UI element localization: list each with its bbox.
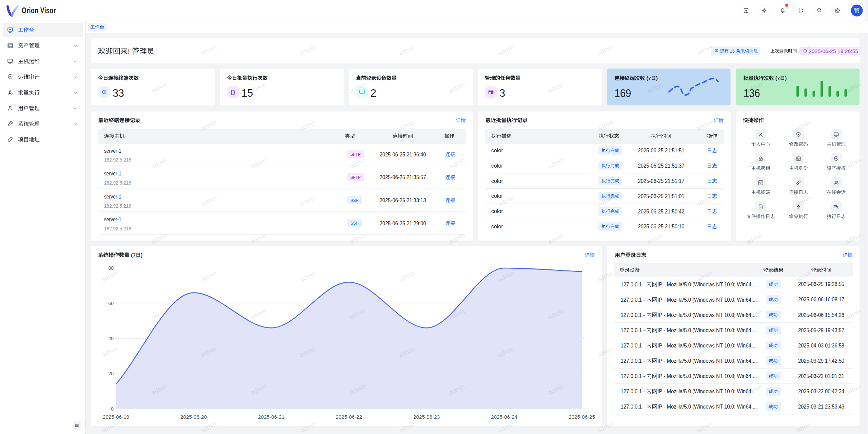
svg-text:0: 0 xyxy=(111,406,114,412)
svg-text:2025-06-06 15:54:26: 2025-06-06 15:54:26 xyxy=(798,312,844,318)
svg-text:IP - Mozilla/5.0 (Windows NT 1: IP - Mozilla/5.0 (Windows NT 10.0; Win64… xyxy=(657,297,757,303)
svg-text:127.0.0.1 -: 127.0.0.1 - xyxy=(620,342,646,348)
svg-text:2025-06-25 21:51:01: 2025-06-25 21:51:01 xyxy=(638,193,685,200)
svg-text:2025-06-24: 2025-06-24 xyxy=(491,414,517,420)
svg-text:color: color xyxy=(491,193,504,199)
svg-text:80: 80 xyxy=(108,265,114,271)
svg-text:2025-06-25 21:29:00: 2025-06-25 21:29:00 xyxy=(380,220,426,227)
svg-text:color: color xyxy=(491,148,504,153)
svg-text:): ) xyxy=(785,75,787,81)
svg-text:color: color xyxy=(491,163,504,169)
svg-text:2025-06-25 19:26:55: 2025-06-25 19:26:55 xyxy=(798,281,844,287)
svg-text:server-1: server-1 xyxy=(104,148,121,154)
svg-text:127.0.0.1 -: 127.0.0.1 - xyxy=(620,312,646,318)
svg-text:SFTP: SFTP xyxy=(351,175,361,180)
svg-text:!: ! xyxy=(128,47,132,56)
svg-text:60: 60 xyxy=(108,301,114,306)
svg-text:182.92.5.218: 182.92.5.218 xyxy=(104,180,131,186)
svg-text:2025-03-21 23:53:43: 2025-03-21 23:53:43 xyxy=(798,403,844,410)
svg-text:SSH: SSH xyxy=(351,198,359,203)
svg-text:182.92.5.218: 182.92.5.218 xyxy=(104,157,131,163)
svg-text:IP - Mozilla/5.0 (Windows NT 1: IP - Mozilla/5.0 (Windows NT 10.0; Win64… xyxy=(657,358,757,364)
svg-text:IP - Mozilla/5.0 (Windows NT 1: IP - Mozilla/5.0 (Windows NT 10.0; Win64… xyxy=(657,388,757,394)
svg-text:2025-06-25 21:51:51: 2025-06-25 21:51:51 xyxy=(638,147,685,154)
svg-text:2025-03-22 01:01:31: 2025-03-22 01:01:31 xyxy=(798,373,844,379)
svg-text:2025-06-25 21:36:40: 2025-06-25 21:36:40 xyxy=(380,151,426,158)
svg-text:2025-06-25 19:26:55: 2025-06-25 19:26:55 xyxy=(809,48,858,54)
svg-text:2025-06-22: 2025-06-22 xyxy=(336,414,362,420)
svg-text:2025-06-25: 2025-06-25 xyxy=(569,414,595,420)
svg-text:2025-03-29 17:42:50: 2025-03-29 17:42:50 xyxy=(798,358,844,364)
svg-text:2025-06-25 21:51:17: 2025-06-25 21:51:17 xyxy=(638,178,685,184)
svg-text:2025-06-21: 2025-06-21 xyxy=(258,414,284,420)
svg-text:169: 169 xyxy=(614,87,631,99)
svg-text:(7: (7 xyxy=(774,75,780,81)
svg-text:color: color xyxy=(491,208,504,214)
svg-text:): ) xyxy=(656,75,658,81)
svg-text:color: color xyxy=(491,224,504,229)
svg-text:IP - Mozilla/5.0 (Windows NT 1: IP - Mozilla/5.0 (Windows NT 10.0; Win64… xyxy=(657,403,757,410)
svg-text:server-1: server-1 xyxy=(104,171,121,176)
svg-text:(7: (7 xyxy=(130,252,136,258)
svg-text:2: 2 xyxy=(371,87,376,99)
svg-text:127.0.0.1 -: 127.0.0.1 - xyxy=(620,403,646,410)
svg-text:2025-06-25 21:50:10: 2025-06-25 21:50:10 xyxy=(638,223,685,230)
svg-text:color: color xyxy=(491,178,504,184)
svg-text:127.0.0.1 -: 127.0.0.1 - xyxy=(620,281,646,287)
svg-text:Orion Visor: Orion Visor xyxy=(22,6,56,15)
svg-text:2025-06-19: 2025-06-19 xyxy=(103,414,129,420)
svg-text:40: 40 xyxy=(108,336,114,341)
svg-text:IP - Mozilla/5.0 (Windows NT 1: IP - Mozilla/5.0 (Windows NT 10.0; Win64… xyxy=(657,312,757,318)
svg-text:SSH: SSH xyxy=(351,221,359,226)
svg-text:server-1: server-1 xyxy=(104,216,121,222)
svg-text:): ) xyxy=(141,252,143,258)
svg-text:127.0.0.1 -: 127.0.0.1 - xyxy=(620,327,646,333)
svg-text:2025-03-22 00:42:34: 2025-03-22 00:42:34 xyxy=(798,388,844,394)
svg-text:{}: {} xyxy=(231,89,236,95)
svg-text:2025-06-06 16:08:17: 2025-06-06 16:08:17 xyxy=(798,296,844,302)
svg-text:2025-05-29 19:43:57: 2025-05-29 19:43:57 xyxy=(798,327,844,333)
svg-text:182.92.5.218: 182.92.5.218 xyxy=(104,226,131,231)
svg-text:127.0.0.1 -: 127.0.0.1 - xyxy=(620,358,646,364)
svg-text:IP - Mozilla/5.0 (Windows NT 1: IP - Mozilla/5.0 (Windows NT 10.0; Win64… xyxy=(657,373,757,379)
svg-text:33: 33 xyxy=(113,87,124,99)
svg-text:2025-06-25 21:50:42: 2025-06-25 21:50:42 xyxy=(638,208,685,215)
svg-text:SFTP: SFTP xyxy=(351,152,361,157)
svg-text:15: 15 xyxy=(729,49,736,54)
svg-text:2025-06-23: 2025-06-23 xyxy=(413,414,440,420)
svg-text:2025-06-20: 2025-06-20 xyxy=(180,414,207,420)
svg-text:(7: (7 xyxy=(645,75,651,81)
svg-text:IP - Mozilla/5.0 (Windows NT 1: IP - Mozilla/5.0 (Windows NT 10.0; Win64… xyxy=(657,281,757,287)
svg-text:127.0.0.1 -: 127.0.0.1 - xyxy=(620,297,646,303)
svg-text:3: 3 xyxy=(499,87,505,99)
svg-text:20: 20 xyxy=(108,371,114,376)
svg-text:IP - Mozilla/5.0 (Windows NT 1: IP - Mozilla/5.0 (Windows NT 10.0; Win64… xyxy=(657,327,757,333)
svg-text:127.0.0.1 -: 127.0.0.1 - xyxy=(620,388,646,394)
svg-text:127.0.0.1 -: 127.0.0.1 - xyxy=(620,373,646,379)
svg-text:2025-06-25 21:35:57: 2025-06-25 21:35:57 xyxy=(380,174,426,181)
